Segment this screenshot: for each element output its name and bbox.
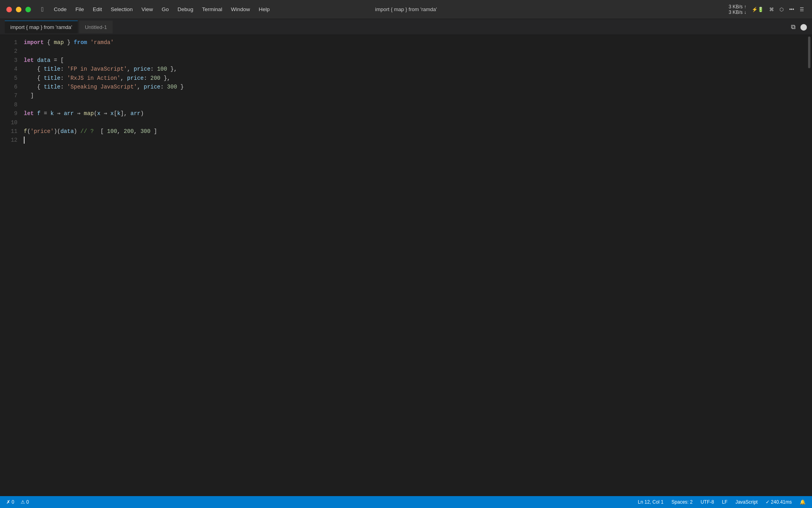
code-line-9: let f = k ⇒ arr ⇒ map ( x ⇒ x [ k ], arr… xyxy=(24,109,806,118)
line-num-11: 11 xyxy=(0,127,17,136)
code-line-11: f ( 'price' )( data ) // ? [ 100 , 200 ,… xyxy=(24,127,806,136)
apple-menu[interactable]:  xyxy=(36,4,49,15)
line-num-2: 2 xyxy=(0,47,17,56)
code-line-7: ] xyxy=(24,91,806,100)
code-content[interactable]: import { map } from 'ramda' let data = [ xyxy=(24,35,806,496)
code-line-1: import { map } from 'ramda' xyxy=(24,38,806,47)
tab-inactive-label: Untitled-1 xyxy=(85,24,107,30)
line-num-10: 10 xyxy=(0,118,17,127)
line-numbers: 1 2 3 4 5 6 7 8 9 10 11 12 xyxy=(0,35,24,496)
menu-terminal[interactable]: Terminal xyxy=(198,5,226,14)
code-line-12 xyxy=(24,136,806,144)
menu-code[interactable]: Code xyxy=(50,5,71,14)
line-num-5: 5 xyxy=(0,74,17,83)
indentation[interactable]: Spaces: 2 xyxy=(672,499,693,505)
editor-container: import { map } from 'ramda' Untitled-1 ⧉… xyxy=(0,19,812,496)
line-num-9: 9 xyxy=(0,109,17,118)
language-mode[interactable]: JavaScript xyxy=(735,499,758,505)
menu-selection[interactable]: Selection xyxy=(107,5,137,14)
editor-scrollbar[interactable] xyxy=(806,35,812,496)
line-num-7: 7 xyxy=(0,91,17,100)
menu-debug[interactable]: Debug xyxy=(174,5,197,14)
split-editor-icon[interactable]: ⧉ xyxy=(791,23,795,31)
code-line-5: { title : 'RxJS in Action' , price : 200… xyxy=(24,74,806,83)
code-line-4: { title : 'FP in JavaScript' , price : 1… xyxy=(24,65,806,73)
more-icon: ••• xyxy=(789,7,794,12)
wifi-icon: ⌘ xyxy=(769,7,774,12)
close-button[interactable] xyxy=(6,7,12,12)
window-title: import { map } from 'ramda' xyxy=(375,6,437,12)
tab-inactive[interactable]: Untitled-1 xyxy=(79,21,113,33)
tab-active-label: import { map } from 'ramda' xyxy=(10,24,72,30)
error-count[interactable]: ✗ 0 xyxy=(6,499,14,505)
scrollbar-thumb[interactable] xyxy=(808,37,810,68)
warning-count[interactable]: ⚠ 0 xyxy=(21,499,29,505)
line-num-6: 6 xyxy=(0,83,17,91)
network-status: 3 KB/s ↑3 KB/s ↓ xyxy=(729,4,747,15)
tab-actions: ⧉ ⬤ xyxy=(791,23,807,31)
titlebar-status-right: 3 KB/s ↑3 KB/s ↓ ⚡🔋 ⌘ ⬡ ••• ☰ xyxy=(729,4,812,15)
titlebar:  Code File Edit Selection View Go Debug… xyxy=(0,0,812,19)
code-line-10 xyxy=(24,118,806,127)
line-num-8: 8 xyxy=(0,100,17,109)
menu-help[interactable]: Help xyxy=(255,5,274,14)
maximize-button[interactable] xyxy=(25,7,31,12)
line-num-4: 4 xyxy=(0,65,17,73)
tab-active[interactable]: import { map } from 'ramda' xyxy=(5,21,78,33)
unsaved-indicator: ⬤ xyxy=(800,23,807,31)
minimize-button[interactable] xyxy=(16,7,21,12)
menu-file[interactable]: File xyxy=(71,5,88,14)
status-bar: ✗ 0 ⚠ 0 Ln 12, Col 1 Spaces: 2 UTF-8 LF … xyxy=(0,496,812,508)
cast-icon: ⬡ xyxy=(779,7,783,12)
code-line-3: let data = [ xyxy=(24,56,806,65)
traffic-lights xyxy=(0,7,31,12)
tab-bar: import { map } from 'ramda' Untitled-1 ⧉… xyxy=(0,19,812,35)
encoding[interactable]: UTF-8 xyxy=(701,499,714,505)
line-ending[interactable]: LF xyxy=(722,499,728,505)
line-num-1: 1 xyxy=(0,38,17,47)
menu-window[interactable]: Window xyxy=(227,5,254,14)
line-num-12: 12 xyxy=(0,136,17,144)
line-num-3: 3 xyxy=(0,56,17,65)
code-editor: 1 2 3 4 5 6 7 8 9 10 11 12 xyxy=(0,35,812,496)
menu-go[interactable]: Go xyxy=(158,5,173,14)
battery-icon: ⚡🔋 xyxy=(752,7,764,12)
code-line-2 xyxy=(24,47,806,56)
code-line-6: { title : 'Speaking JavaScript' , price … xyxy=(24,83,806,91)
cursor-position[interactable]: Ln 12, Col 1 xyxy=(638,499,664,505)
code-line-8 xyxy=(24,100,806,109)
status-right: Ln 12, Col 1 Spaces: 2 UTF-8 LF JavaScri… xyxy=(638,499,806,505)
menu-view[interactable]: View xyxy=(138,5,157,14)
list-icon: ☰ xyxy=(800,7,804,12)
status-left: ✗ 0 ⚠ 0 xyxy=(6,499,29,505)
notification-bell[interactable]: 🔔 xyxy=(800,499,806,505)
kw-import: import xyxy=(24,38,44,47)
timing: ✓ 240.41ms xyxy=(766,499,792,505)
menu-edit[interactable]: Edit xyxy=(89,5,106,14)
